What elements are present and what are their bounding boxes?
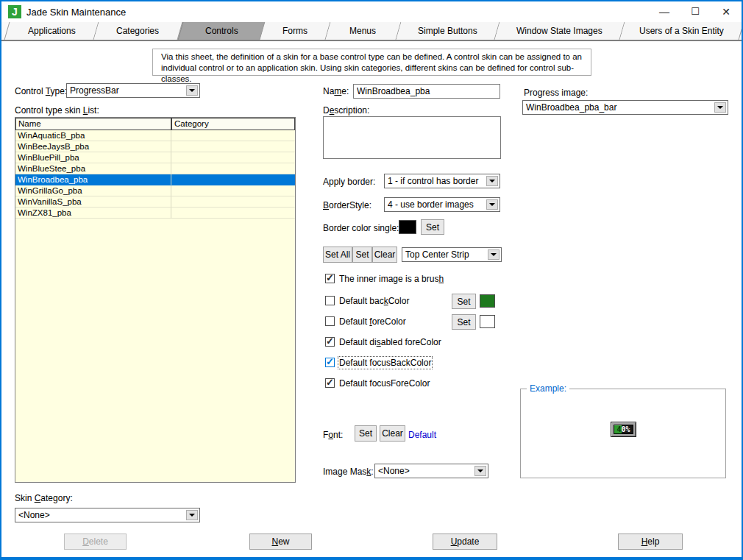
name-input[interactable] <box>353 84 500 99</box>
tab-users-of-skin-entity[interactable]: Users of a Skin Entity <box>620 22 743 40</box>
minimize-icon[interactable]: — <box>649 1 680 22</box>
tab-menus[interactable]: Menus <box>326 22 402 40</box>
chevron-down-icon[interactable] <box>186 85 198 96</box>
delete-button[interactable]: Delete <box>64 534 127 550</box>
skin-list[interactable]: Name Category WinAquaticB_pba WinBeeJays… <box>15 117 296 483</box>
table-row[interactable]: WinZX81_pba <box>15 208 295 219</box>
table-row[interactable]: WinGrillaGo_pba <box>15 185 295 196</box>
sheet-description: Via this sheet, the definition of a skin… <box>152 49 591 76</box>
controls-sheet: Via this sheet, the definition of a skin… <box>1 41 742 557</box>
update-button[interactable]: Update <box>433 534 497 550</box>
default-focusforecolor-label: Default focusForeColor <box>339 378 430 389</box>
tab-forms[interactable]: Forms <box>260 22 331 40</box>
default-backcolor-label: Default backColor <box>339 296 409 306</box>
control-type-combo[interactable]: ProgressBar <box>66 83 200 98</box>
font-label: Font: <box>323 430 343 440</box>
help-button[interactable]: Help <box>618 534 683 550</box>
tab-categories[interactable]: Categories <box>94 22 183 40</box>
progress-image-combo[interactable]: WinBroadbea_pba_bar <box>522 100 728 115</box>
forecolor-swatch <box>480 315 495 328</box>
table-row[interactable]: WinVanillaS_pba <box>15 196 295 208</box>
chevron-down-icon[interactable] <box>714 102 726 113</box>
default-focusforecolor-checkbox[interactable] <box>325 378 335 388</box>
default-disabled-forecolor-checkbox[interactable] <box>325 337 335 347</box>
clear-button[interactable]: Clear <box>372 247 397 263</box>
app-icon: J <box>8 5 21 18</box>
description-label: Description: <box>323 105 369 116</box>
default-disabled-forecolor-label: Default disabled foreColor <box>339 337 441 347</box>
font-set-button[interactable]: Set <box>355 425 377 442</box>
skin-category-label: Skin Category: <box>15 493 73 503</box>
table-row[interactable]: WinBeeJaysB_pba <box>15 141 295 152</box>
skin-category-combo[interactable]: <None> <box>15 508 200 522</box>
border-part-combo[interactable]: Top Center Strip <box>402 247 502 262</box>
apply-border-label: Apply border: <box>323 177 375 187</box>
apply-border-combo[interactable]: 1 - if control has border <box>384 174 500 188</box>
border-color-set-button[interactable]: Set <box>421 219 444 235</box>
description-textarea[interactable] <box>323 116 501 159</box>
backcolor-swatch <box>480 294 495 308</box>
table-row[interactable]: WinBlueStee_pba <box>15 163 295 174</box>
chevron-down-icon[interactable] <box>488 249 500 260</box>
skin-list-header: Name Category <box>15 118 295 130</box>
chevron-down-icon[interactable] <box>486 199 498 210</box>
inner-image-brush-checkbox[interactable] <box>325 274 335 283</box>
tab-controls[interactable]: Controls <box>178 22 266 40</box>
close-icon[interactable]: ✕ <box>711 1 742 22</box>
set-button[interactable]: Set <box>352 247 372 263</box>
font-value: Default <box>408 430 436 440</box>
font-clear-button[interactable]: Clear <box>380 425 405 442</box>
control-type-label: Control Type: <box>15 86 67 96</box>
border-style-label: BorderStyle: <box>323 200 372 210</box>
skin-list-label: Control type skin List: <box>15 105 99 116</box>
default-focusbackcolor-label: Default focusBackColor <box>339 358 431 368</box>
chevron-down-icon[interactable] <box>474 466 486 476</box>
border-style-combo[interactable]: 4 - use border images <box>384 197 500 212</box>
new-button[interactable]: New <box>249 534 312 550</box>
tab-window-state-images[interactable]: Window State Images <box>495 22 625 40</box>
column-header-name[interactable]: Name <box>15 118 171 130</box>
tab-bar: Applications Categories Controls Forms M… <box>1 22 742 40</box>
table-row[interactable]: WinAquaticB_pba <box>15 130 295 141</box>
table-row-selected[interactable]: WinBroadbea_pba <box>15 174 295 185</box>
image-mask-combo[interactable]: <None> <box>374 464 488 478</box>
table-row[interactable]: WinBluePill_pba <box>15 152 295 163</box>
chevron-down-icon[interactable] <box>186 510 198 520</box>
column-header-category[interactable]: Category <box>171 118 295 130</box>
title-bar: J Jade Skin Maintenance — ☐ ✕ <box>1 1 742 22</box>
example-label: Example: <box>527 383 569 394</box>
tab-simple-buttons[interactable]: Simple Buttons <box>397 22 500 40</box>
chevron-down-icon[interactable] <box>486 176 498 186</box>
border-color-label: Border color single: <box>323 223 399 233</box>
progressbar-track: 40% 40% <box>614 425 633 434</box>
name-label: Name: <box>323 86 349 96</box>
default-backcolor-checkbox[interactable] <box>325 296 335 305</box>
maximize-icon[interactable]: ☐ <box>680 1 711 22</box>
set-all-button[interactable]: Set All <box>323 247 352 263</box>
progressbar-preview: 40% 40% <box>611 422 636 437</box>
forecolor-set-button[interactable]: Set <box>452 314 476 330</box>
default-forecolor-checkbox[interactable] <box>325 316 335 326</box>
inner-image-brush-label: The inner image is a brush <box>339 274 444 284</box>
window-title: Jade Skin Maintenance <box>26 7 126 18</box>
default-forecolor-label: Default foreColor <box>339 316 406 327</box>
example-groupbox: Example: 40% 40% <box>520 389 726 478</box>
tab-applications[interactable]: Applications <box>4 22 99 40</box>
image-mask-label: Image Mask: <box>323 467 374 477</box>
progress-image-label: Progress image: <box>524 88 588 98</box>
backcolor-set-button[interactable]: Set <box>452 294 476 309</box>
border-color-swatch <box>399 220 416 234</box>
app-window: J Jade Skin Maintenance — ☐ ✕ Applicatio… <box>0 0 743 560</box>
default-focusbackcolor-checkbox[interactable] <box>325 358 335 367</box>
